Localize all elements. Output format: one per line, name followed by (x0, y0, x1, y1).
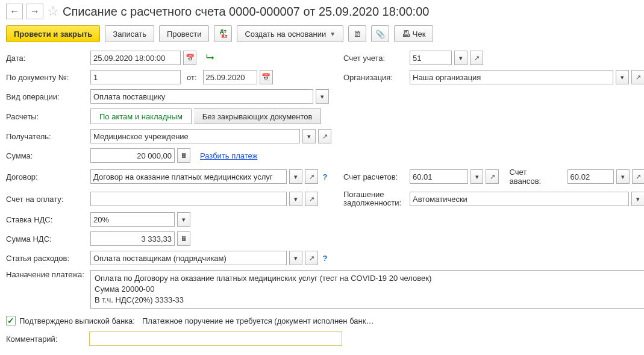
confirmed-checkbox[interactable]: ✓ (6, 316, 16, 325)
nav-forward-button[interactable]: → (27, 4, 43, 19)
favorite-star-icon[interactable]: ☆ (47, 4, 59, 19)
invoice-open-button[interactable]: ↗ (305, 192, 318, 206)
contract-help-icon[interactable]: ? (320, 172, 328, 181)
org-dropdown-button[interactable]: ▾ (616, 70, 629, 84)
advanceacc-label: Счет авансов: (509, 168, 558, 186)
printer-icon: 🖶 (402, 29, 410, 39)
settleacc-open-button[interactable]: ↗ (486, 169, 498, 184)
dtkt-button[interactable]: ДтКт (214, 25, 232, 42)
seg-acts-button[interactable]: По актам и накладным (90, 108, 192, 124)
chevron-down-icon: ▼ (330, 31, 336, 37)
cheque-button[interactable]: 🖶 Чек (394, 25, 433, 42)
sum-input[interactable]: 20 000,00 (90, 148, 175, 163)
structure-button[interactable]: 🖹 (348, 25, 366, 42)
org-open-button[interactable]: ↗ (631, 70, 644, 84)
contract-input[interactable]: Договор на оказание платных медицинских … (90, 169, 287, 184)
docno-input[interactable]: 1 (90, 70, 181, 84)
optype-label: Вид операции: (6, 92, 90, 101)
expense-label: Статья расходов: (6, 254, 90, 263)
nav-back-button[interactable]: ← (6, 4, 23, 19)
advanceacc-open-button[interactable]: ↗ (632, 169, 644, 184)
docdate-input[interactable]: 25.09.2020 (203, 70, 257, 84)
sum-label: Сумма: (6, 151, 90, 160)
contract-label: Договор: (6, 172, 90, 181)
optype-dropdown-button[interactable]: ▾ (316, 89, 329, 104)
expense-input[interactable]: Оплата поставщикам (подрядчикам) (90, 251, 287, 265)
contract-open-button[interactable]: ↗ (305, 169, 318, 184)
confirmed-text: Платежное поручение не требуется (докуме… (142, 316, 374, 325)
purpose-textarea[interactable]: Оплата по Договору на оказание платных м… (90, 270, 644, 309)
vatsum-label: Сумма НДС: (6, 234, 90, 243)
expense-open-button[interactable]: ↗ (305, 251, 318, 265)
sum-calc-button[interactable]: 🖩 (177, 148, 190, 163)
debt-input[interactable]: Автоматически (410, 192, 629, 206)
date-label: Дата: (6, 54, 90, 63)
comment-label: Комментарий: (6, 335, 83, 344)
debt-label: Погашение задолженности: (343, 190, 410, 207)
vatrate-label: Ставка НДС: (6, 215, 90, 224)
docfrom-label: от: (187, 73, 197, 82)
vatsum-calc-button[interactable]: 🖩 (177, 231, 190, 246)
confirmed-label: Подтверждено выпиской банка: (19, 316, 135, 325)
account-input[interactable]: 51 (410, 51, 452, 65)
expense-dropdown-button[interactable]: ▾ (289, 251, 302, 265)
invoice-dropdown-button[interactable]: ▾ (289, 192, 302, 206)
account-label: Счет учета: (343, 54, 410, 63)
posted-icon[interactable]: ⮡ (206, 54, 214, 63)
split-payment-link[interactable]: Разбить платеж (200, 151, 257, 160)
advanceacc-input[interactable]: 60.02 (567, 169, 614, 184)
vatrate-dropdown-button[interactable]: ▾ (177, 212, 190, 227)
invoice-label: Счет на оплату: (6, 195, 90, 204)
post-button[interactable]: Провести (159, 25, 210, 42)
settleacc-dropdown-button[interactable]: ▾ (470, 169, 483, 184)
vatrate-input[interactable]: 20% (90, 212, 175, 227)
purpose-label: Назначение платежа: (6, 270, 90, 280)
seg-nodocs-button[interactable]: Без закрывающих документов (194, 108, 322, 124)
docno-label: По документу №: (6, 73, 90, 82)
recipient-dropdown-button[interactable]: ▾ (302, 129, 316, 143)
optype-input[interactable]: Оплата поставщику (90, 89, 313, 104)
recipient-open-button[interactable]: ↗ (318, 129, 331, 143)
invoice-input[interactable] (90, 192, 287, 206)
vatsum-input[interactable]: 3 333,33 (90, 231, 175, 246)
docdate-calendar-icon[interactable]: 📅 (260, 70, 273, 84)
page-title: Списание с расчетного счета 0000-000007 … (63, 5, 429, 19)
org-input[interactable]: Наша организация (410, 70, 613, 84)
post-and-close-button[interactable]: Провести и закрыть (6, 25, 100, 42)
debt-dropdown-button[interactable]: ▾ (631, 192, 644, 206)
account-dropdown-button[interactable]: ▾ (454, 51, 467, 65)
contract-dropdown-button[interactable]: ▾ (289, 169, 302, 184)
calc-label: Расчеты: (6, 112, 90, 121)
attachment-button[interactable]: 📎 (371, 25, 389, 42)
recipient-input[interactable]: Медицинское учреждение (90, 129, 300, 143)
date-input[interactable]: 25.09.2020 18:00:00 (90, 51, 181, 65)
settleacc-label: Счет расчетов: (343, 172, 410, 181)
create-based-on-button[interactable]: Создать на основании▼ (237, 25, 343, 42)
account-open-button[interactable]: ↗ (470, 51, 483, 65)
calendar-icon[interactable]: 📅 (183, 51, 196, 65)
recipient-label: Получатель: (6, 132, 90, 141)
org-label: Организация: (343, 73, 410, 82)
settleacc-input[interactable]: 60.01 (410, 169, 468, 184)
comment-input[interactable] (89, 331, 342, 346)
advanceacc-dropdown-button[interactable]: ▾ (616, 169, 629, 184)
save-button[interactable]: Записать (105, 25, 154, 42)
expense-help-icon[interactable]: ? (320, 254, 328, 263)
